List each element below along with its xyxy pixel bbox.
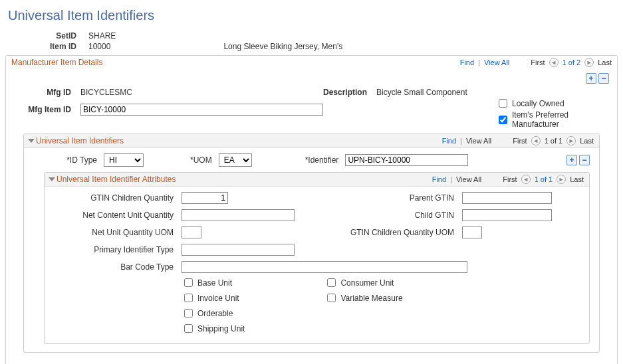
uii-next-button[interactable]: ► <box>566 136 576 145</box>
attr-find-link[interactable]: Find <box>432 175 446 183</box>
locally-owned-label: Locally Owned <box>512 99 564 108</box>
attr-prev-button[interactable]: ◄ <box>521 175 531 184</box>
attr-viewall-label: View All <box>456 175 481 183</box>
mfg-viewall-link[interactable]: View All <box>484 58 509 66</box>
gtin-children-qty-uom-label: GTIN Children Quantity UOM <box>312 228 458 237</box>
base-unit-label: Base Unit <box>197 278 232 288</box>
mfg-remove-row-button[interactable]: − <box>598 73 609 84</box>
idtype-label: *ID Type <box>44 155 97 165</box>
orderable-label: Orderable <box>197 309 233 318</box>
mfg-section-nav: Find | View All First ◄ 1 of 2 ► Last <box>460 58 612 67</box>
net-unit-qty-uom-input[interactable] <box>182 227 201 238</box>
preferred-mfg-checkbox[interactable] <box>499 116 507 124</box>
nav-separator: | <box>478 58 480 66</box>
mfg-prev-button[interactable]: ◄ <box>549 58 559 67</box>
mfg-item-id-label: Mfg Item ID <box>14 105 80 114</box>
variable-measure-label: Variable Measure <box>340 294 402 303</box>
orderable-checkbox[interactable] <box>184 309 193 318</box>
mfg-last-label: Last <box>598 58 612 66</box>
net-unit-qty-uom-label: Net Unit Quantity UOM <box>51 228 178 237</box>
chevron-down-icon[interactable] <box>49 177 55 181</box>
barcode-type-label: Bar Code Type <box>51 262 178 272</box>
chevron-down-icon[interactable] <box>28 139 35 143</box>
attr-next-button[interactable]: ► <box>557 175 566 184</box>
uii-prev-button[interactable]: ◄ <box>531 136 541 145</box>
gtin-children-qty-label: GTIN Children Quantity <box>51 193 178 203</box>
mfg-desc-value: Bicycle Small Component <box>376 88 467 97</box>
itemid-value: 10000 <box>88 42 110 51</box>
item-description: Long Sleeve Biking Jersey, Men's <box>223 42 342 51</box>
attr-section-title: Universal Item Identifier Attributes <box>57 175 176 184</box>
consumer-unit-label: Consumer Unit <box>340 278 394 288</box>
uii-find-link[interactable]: Find <box>442 137 456 145</box>
preferred-mfg-label: Item's Preferred Manufacturer <box>512 110 609 129</box>
checkbox-column-right: Consumer Unit Variable Measure <box>324 276 402 335</box>
checkbox-column-left: Base Unit Invoice Unit Orderable Shippin… <box>182 276 245 335</box>
mfg-desc-label: Description <box>323 88 376 97</box>
mfg-add-row-button[interactable]: + <box>586 73 596 84</box>
uii-attributes-section: Universal Item Identifier Attributes Fin… <box>44 172 590 344</box>
uii-remove-row-button[interactable]: − <box>579 155 590 165</box>
gtin-children-qty-input[interactable] <box>182 192 228 204</box>
uii-viewall-label: View All <box>466 137 491 145</box>
uii-section-title: Universal Item Identifiers <box>36 136 124 145</box>
itemid-label: Item ID <box>32 42 88 51</box>
mfg-first-label: First <box>531 58 545 66</box>
identifier-label: *Identifier <box>305 155 339 165</box>
mfg-item-id-input[interactable] <box>80 104 323 116</box>
primary-id-type-label: Primary Identifier Type <box>51 245 178 254</box>
attr-first-label: First <box>503 175 517 183</box>
attr-count[interactable]: 1 of 1 <box>535 175 553 183</box>
gtin-children-qty-uom-input[interactable] <box>462 227 482 238</box>
attr-last-label: Last <box>570 175 584 183</box>
uii-first-label: First <box>513 137 527 145</box>
primary-id-type-input[interactable] <box>182 244 295 256</box>
uii-count: 1 of 1 <box>545 137 563 145</box>
child-gtin-label: Child GTIN <box>312 211 458 220</box>
shipping-unit-checkbox[interactable] <box>184 324 193 333</box>
consumer-unit-checkbox[interactable] <box>327 278 336 287</box>
barcode-type-input[interactable] <box>182 261 467 273</box>
uii-last-label: Last <box>580 137 594 145</box>
uii-add-row-button[interactable]: + <box>566 155 577 165</box>
mfg-section-title: Manufacturer Item Details <box>11 58 102 67</box>
base-unit-checkbox[interactable] <box>184 278 193 287</box>
mfgid-label: Mfg ID <box>14 88 80 97</box>
manufacturer-item-details-section: Manufacturer Item Details Find | View Al… <box>5 55 618 364</box>
mfg-next-button[interactable]: ► <box>584 58 594 67</box>
setid-label: SetID <box>32 31 88 41</box>
net-content-unit-qty-input[interactable] <box>182 209 295 221</box>
idtype-select[interactable]: HI <box>104 153 144 167</box>
mfgid-value: BICYCLESMC <box>80 88 132 97</box>
invoice-unit-label: Invoice Unit <box>197 294 239 303</box>
shipping-unit-label: Shipping Unit <box>197 324 245 333</box>
uom-label: *UOM <box>190 155 212 165</box>
locally-owned-checkbox[interactable] <box>499 99 507 108</box>
parent-gtin-input[interactable] <box>462 192 552 204</box>
page-title: Universal Item Identifiers <box>8 8 618 23</box>
uom-select[interactable]: EA <box>219 153 252 167</box>
uii-section: Universal Item Identifiers Find | View A… <box>23 134 600 353</box>
mfg-count[interactable]: 1 of 2 <box>562 58 581 66</box>
child-gtin-input[interactable] <box>462 209 552 221</box>
parent-gtin-label: Parent GTIN <box>312 193 458 203</box>
variable-measure-checkbox[interactable] <box>327 294 336 302</box>
setid-value: SHARE <box>88 31 116 41</box>
mfg-find-link[interactable]: Find <box>460 58 474 66</box>
net-content-unit-qty-label: Net Content Unit Quantity <box>51 211 178 220</box>
invoice-unit-checkbox[interactable] <box>184 294 193 302</box>
identifier-input[interactable] <box>345 154 468 166</box>
